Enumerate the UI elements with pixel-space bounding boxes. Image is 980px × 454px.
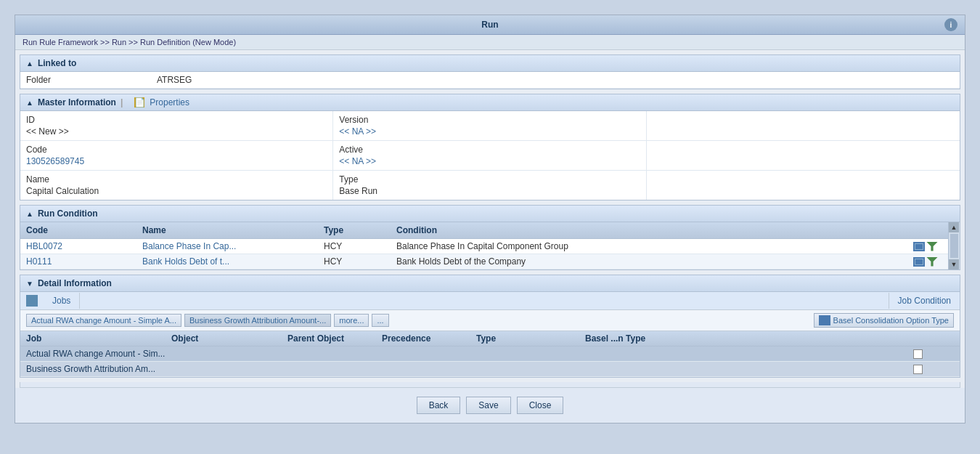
spacer-cell — [647, 111, 960, 141]
filter-icon[interactable] — [926, 242, 938, 251]
run-condition-table-header: Code Name Type Condition — [20, 222, 948, 239]
basel-icon — [819, 315, 830, 325]
row-name: Balance Phase In Cap... — [142, 241, 324, 251]
master-info-grid: ID << New >> Version << NA >> Code 13052… — [20, 111, 960, 200]
scroll-thumb — [950, 234, 958, 258]
row-condition: Balance Phase In Capital Component Group — [396, 241, 913, 251]
linked-to-header: ▲ Linked to — [20, 55, 960, 72]
id-label: ID — [26, 115, 327, 125]
active-cell: Active << NA >> — [333, 141, 646, 171]
toolbar-btn-basel[interactable]: Basel Consolidation Option Type — [814, 313, 954, 328]
table-row[interactable]: H0111 Bank Holds Debt of t... HCY Bank H… — [20, 254, 948, 269]
row-code: H0111 — [26, 256, 142, 267]
col-object: Object — [171, 333, 287, 344]
version-cell: Version << NA >> — [333, 111, 646, 141]
run-condition-section: ▲ Run Condition Code Name Type Condition… — [20, 205, 960, 270]
toolbar-btn-rwa[interactable]: Actual RWA change Amount - Simple A... — [26, 314, 181, 327]
folder-row: Folder ATRSEG — [20, 72, 960, 89]
folder-label: Folder — [26, 75, 157, 85]
type-cell: Type Base Run — [333, 171, 646, 200]
title-bar: Run i — [15, 15, 965, 35]
run-condition-header: ▲ Run Condition — [20, 206, 960, 222]
col-code: Code — [26, 225, 142, 235]
detail-info-header: ▼ Detail Information — [20, 275, 960, 292]
row-name: Bank Holds Debt of t... — [142, 256, 324, 267]
active-value: << NA >> — [339, 156, 640, 166]
horizontal-scrollbar[interactable] — [20, 382, 960, 388]
col-precedence: Precedence — [382, 333, 476, 344]
detail-toolbar: Actual RWA change Amount - Simple A... B… — [20, 310, 960, 331]
save-button[interactable]: Save — [466, 397, 510, 414]
detail-info-section: ▼ Detail Information Jobs Job Condition … — [20, 275, 960, 378]
col-job: Job — [26, 333, 171, 344]
jobs-table-row[interactable]: Business Growth Attribution Am... — [20, 362, 960, 377]
id-cell: ID << New >> — [20, 111, 333, 141]
col-type: Type — [476, 333, 585, 344]
job-name-1: Actual RWA change Amount - Sim... — [26, 349, 171, 359]
code-cell: Code 130526589745 — [20, 141, 333, 171]
folder-value: ATRSEG — [157, 75, 192, 85]
run-cond-arrow[interactable]: ▲ — [26, 210, 33, 218]
filter-icon2[interactable] — [926, 257, 938, 267]
master-info-header: ▲ Master Information | 📄 Properties — [20, 94, 960, 111]
name-value: Capital Calculation — [26, 186, 327, 196]
col-parent-object: Parent Object — [287, 333, 382, 344]
job-checkbox-2 — [881, 365, 954, 374]
row-condition: Bank Holds Debt of the Company — [396, 256, 913, 267]
edit-icon[interactable] — [913, 242, 925, 251]
jobs-table-row[interactable]: Actual RWA change Amount - Sim... — [20, 346, 960, 362]
back-button[interactable]: Back — [417, 397, 461, 414]
col-name: Name — [142, 225, 324, 235]
code-label: Code — [26, 145, 327, 155]
col-type: Type — [324, 225, 396, 235]
job-checkbox-1 — [881, 349, 954, 359]
row-type: HCY — [324, 241, 396, 251]
master-info-section: ▲ Master Information | 📄 Properties ID <… — [20, 94, 960, 200]
linked-to-section: ▲ Linked to Folder ATRSEG — [20, 54, 960, 89]
detail-tabs: Jobs Job Condition — [20, 292, 960, 310]
edit-icon2[interactable] — [913, 257, 925, 267]
checkbox-1[interactable] — [913, 349, 923, 359]
scroll-up[interactable]: ▲ — [949, 222, 959, 232]
detail-tab-icons — [20, 292, 44, 309]
table-row[interactable]: HBL0072 Balance Phase In Cap... HCY Bala… — [20, 239, 948, 254]
footer-buttons: Back Save Close — [15, 388, 965, 423]
toolbar-btn-dots[interactable]: ... — [372, 314, 388, 327]
row-type: HCY — [324, 256, 396, 267]
properties-tab[interactable]: 📄 Properties — [134, 97, 189, 108]
row-icons — [913, 242, 942, 251]
detail-collapse-arrow[interactable]: ▼ — [26, 280, 33, 288]
spacer-cell3 — [647, 171, 960, 200]
job-name-2: Business Growth Attribution Am... — [26, 364, 171, 374]
col-checkbox — [881, 333, 954, 344]
collapse-arrow[interactable]: ▲ — [26, 60, 33, 68]
job-condition-tab[interactable]: Job Condition — [889, 293, 960, 309]
version-value: << NA >> — [339, 126, 640, 137]
type-value: Base Run — [339, 186, 640, 196]
jobs-tab[interactable]: Jobs — [44, 293, 80, 309]
breadcrumb: Run Rule Framework >> Run >> Run Definit… — [15, 35, 965, 50]
jobs-table-header: Job Object Parent Object Precedence Type… — [20, 331, 960, 346]
master-collapse-arrow[interactable]: ▲ — [26, 99, 33, 107]
detail-tab-icon — [26, 295, 38, 307]
toolbar-btn-business-growth[interactable]: Business Growth Attribution Amount-... — [184, 314, 331, 327]
spacer-cell2 — [647, 141, 960, 171]
run-condition-scrollbar[interactable]: ▲ ▼ — [948, 222, 960, 269]
version-label: Version — [339, 115, 640, 125]
row-icons2 — [913, 257, 942, 267]
code-value[interactable]: 130526589745 — [26, 156, 327, 166]
run-condition-content: Code Name Type Condition HBL0072 Balance… — [20, 222, 948, 269]
name-label: Name — [26, 174, 327, 185]
active-label: Active — [339, 145, 640, 155]
checkbox-2[interactable] — [913, 365, 923, 374]
close-button[interactable]: Close — [517, 397, 564, 414]
jobs-table: Job Object Parent Object Precedence Type… — [20, 331, 960, 377]
row-code: HBL0072 — [26, 241, 142, 251]
scroll-down[interactable]: ▼ — [949, 259, 959, 269]
jobs-table-content: Job Object Parent Object Precedence Type… — [20, 331, 960, 377]
run-condition-table: Code Name Type Condition HBL0072 Balance… — [20, 222, 960, 269]
window-title: Run — [481, 20, 498, 30]
toolbar-btn-more[interactable]: more... — [334, 314, 369, 327]
info-icon[interactable]: i — [944, 18, 957, 31]
col-basel: Basel ...n Type — [585, 333, 881, 344]
